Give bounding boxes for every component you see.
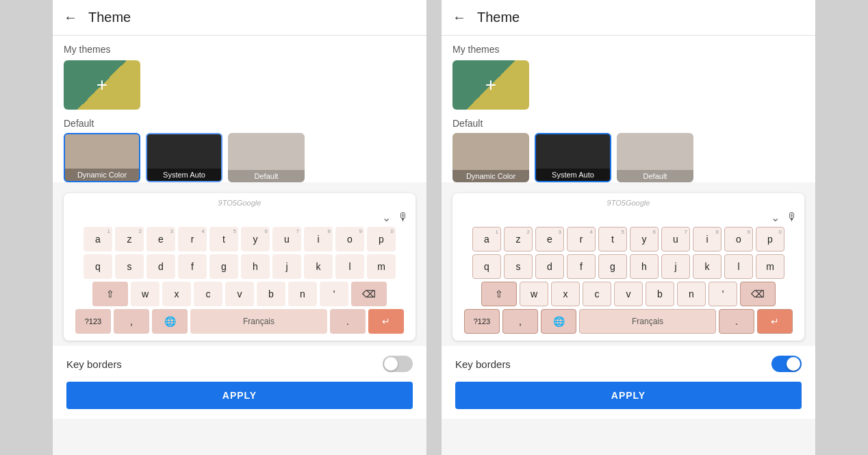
right-keyboard-preview: 9TO5Google ⌄ 🎙 a1 z2 e3 r4 t5 y xyxy=(452,193,804,341)
right-back-button[interactable]: ← xyxy=(452,10,466,25)
key-p-right[interactable]: p0 xyxy=(756,227,784,251)
key-t-right[interactable]: t5 xyxy=(598,227,627,251)
key-apos-left[interactable]: ' xyxy=(320,282,348,306)
right-mic-icon[interactable]: 🎙 xyxy=(787,211,797,224)
left-num-key[interactable]: ?123 xyxy=(75,309,111,334)
right-shift-key[interactable]: ⇧ xyxy=(481,282,517,306)
key-b-left[interactable]: b xyxy=(257,282,285,306)
key-j-left[interactable]: j xyxy=(272,254,301,279)
key-y-right[interactable]: y6 xyxy=(630,227,659,251)
key-d-right[interactable]: d xyxy=(535,254,564,279)
left-space-key[interactable]: Français xyxy=(190,309,327,334)
key-c-right[interactable]: c xyxy=(583,282,611,306)
left-chevron-icon[interactable]: ⌄ xyxy=(382,211,391,224)
key-h-left[interactable]: h xyxy=(241,254,270,279)
key-c-left[interactable]: c xyxy=(194,282,222,306)
key-u-right[interactable]: u7 xyxy=(661,227,690,251)
key-f-right[interactable]: f xyxy=(567,254,596,279)
key-m-right[interactable]: m xyxy=(756,254,784,279)
key-z-right[interactable]: z2 xyxy=(504,227,533,251)
right-my-themes-row xyxy=(452,60,804,110)
key-j-right[interactable]: j xyxy=(661,254,690,279)
key-x-right[interactable]: x xyxy=(551,282,580,306)
key-f-left[interactable]: f xyxy=(178,254,207,279)
key-n-left[interactable]: n xyxy=(288,282,317,306)
right-comma-key[interactable]: , xyxy=(502,309,538,334)
key-n-right[interactable]: n xyxy=(677,282,706,306)
key-k-right[interactable]: k xyxy=(693,254,722,279)
left-key-borders-toggle[interactable] xyxy=(383,356,413,372)
key-t-left[interactable]: t5 xyxy=(209,227,238,251)
key-s-left[interactable]: s xyxy=(115,254,144,279)
key-w-right[interactable]: w xyxy=(520,282,548,306)
left-my-themes-row xyxy=(64,60,416,110)
right-num-key[interactable]: ?123 xyxy=(464,309,500,334)
key-s-right[interactable]: s xyxy=(504,254,533,279)
left-globe-key[interactable]: 🌐 xyxy=(152,309,188,334)
right-key-borders-label: Key borders xyxy=(455,358,511,370)
key-apos-right[interactable]: ' xyxy=(709,282,737,306)
right-watermark: 9TO5Google xyxy=(455,199,802,207)
key-l-left[interactable]: l xyxy=(335,254,364,279)
key-i-right[interactable]: i8 xyxy=(693,227,722,251)
left-dynamic-color-label: Dynamic Color xyxy=(65,169,139,181)
key-o-left[interactable]: o9 xyxy=(335,227,364,251)
right-period-key[interactable]: . xyxy=(719,309,754,334)
key-m-left[interactable]: m xyxy=(367,254,396,279)
right-theme-dynamic-color[interactable]: Dynamic Color xyxy=(452,133,529,182)
key-v-left[interactable]: v xyxy=(225,282,254,306)
key-q-right[interactable]: q xyxy=(472,254,501,279)
right-space-key[interactable]: Français xyxy=(579,309,716,334)
left-period-key[interactable]: . xyxy=(330,309,366,334)
right-keyboard-wrapper: 9TO5Google ⌄ 🎙 a1 z2 e3 r4 t5 y xyxy=(442,182,815,346)
right-add-theme-button[interactable] xyxy=(452,60,529,110)
left-scroll-area[interactable]: My themes Default Dynamic Color System A… xyxy=(53,36,426,455)
left-theme-dynamic-color[interactable]: Dynamic Color xyxy=(64,133,140,182)
left-backspace-key[interactable]: ⌫ xyxy=(351,282,387,306)
left-phone-panel: ← Theme My themes Default Dynamic Color … xyxy=(52,0,427,455)
key-i-left[interactable]: i8 xyxy=(304,227,333,251)
left-theme-system-auto[interactable]: System Auto xyxy=(146,133,222,182)
left-back-button[interactable]: ← xyxy=(64,10,77,25)
key-d-left[interactable]: d xyxy=(146,254,175,279)
right-enter-key[interactable]: ↵ xyxy=(757,309,793,334)
left-add-theme-button[interactable] xyxy=(64,60,140,110)
left-shift-key[interactable]: ⇧ xyxy=(92,282,128,306)
key-v-right[interactable]: v xyxy=(614,282,643,306)
right-theme-default[interactable]: Default xyxy=(617,133,693,182)
right-apply-button[interactable]: APPLY xyxy=(455,382,802,409)
left-enter-key[interactable]: ↵ xyxy=(368,309,404,334)
key-w-left[interactable]: w xyxy=(131,282,159,306)
key-x-left[interactable]: x xyxy=(162,282,191,306)
left-mic-icon[interactable]: 🎙 xyxy=(398,211,409,224)
key-g-left[interactable]: g xyxy=(209,254,238,279)
left-comma-key[interactable]: , xyxy=(114,309,149,334)
key-l-right[interactable]: l xyxy=(724,254,753,279)
right-chevron-icon[interactable]: ⌄ xyxy=(771,211,780,224)
key-r-left[interactable]: r4 xyxy=(178,227,207,251)
key-a-left[interactable]: a1 xyxy=(84,227,112,251)
right-scroll-area[interactable]: My themes Default Dynamic Color System A… xyxy=(442,36,815,455)
right-theme-system-auto[interactable]: System Auto xyxy=(535,133,611,182)
key-u-left[interactable]: u7 xyxy=(272,227,301,251)
key-y-left[interactable]: y6 xyxy=(241,227,270,251)
key-o-right[interactable]: o9 xyxy=(724,227,753,251)
key-q-left[interactable]: q xyxy=(84,254,112,279)
left-keyboard-wrapper: 9TO5Google ⌄ 🎙 a1 z2 e3 r4 t5 y xyxy=(53,182,426,346)
key-z-left[interactable]: z2 xyxy=(115,227,144,251)
key-b-right[interactable]: b xyxy=(646,282,674,306)
key-e-right[interactable]: e3 xyxy=(535,227,564,251)
left-apply-button[interactable]: APPLY xyxy=(66,382,413,409)
key-r-right[interactable]: r4 xyxy=(567,227,596,251)
key-k-left[interactable]: k xyxy=(304,254,333,279)
right-globe-key[interactable]: 🌐 xyxy=(541,309,576,334)
left-top-bar: ← Theme xyxy=(53,0,426,36)
key-p-left[interactable]: p0 xyxy=(367,227,396,251)
key-e-left[interactable]: e3 xyxy=(146,227,175,251)
right-key-borders-toggle[interactable] xyxy=(771,356,802,372)
key-a-right[interactable]: a1 xyxy=(472,227,501,251)
left-theme-default[interactable]: Default xyxy=(228,133,305,182)
key-h-right[interactable]: h xyxy=(630,254,659,279)
key-g-right[interactable]: g xyxy=(598,254,627,279)
right-backspace-key[interactable]: ⌫ xyxy=(740,282,776,306)
